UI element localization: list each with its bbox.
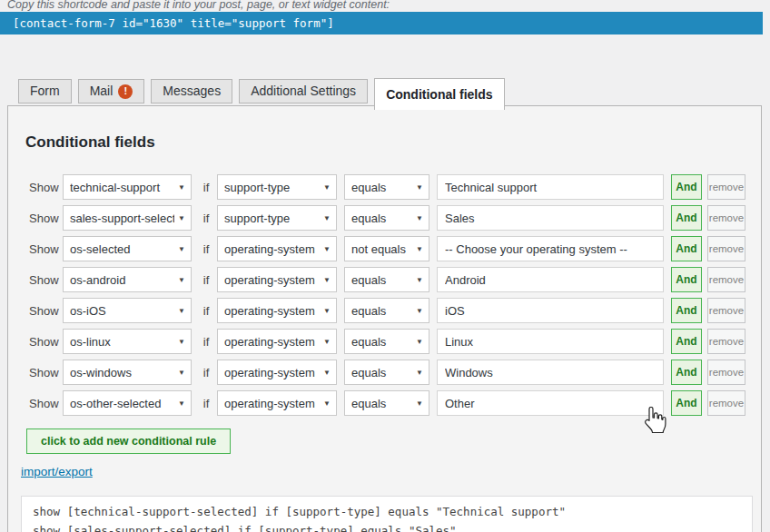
rule-operator-select[interactable]: equals — [345, 175, 429, 199]
rule-target-select[interactable]: os-linux — [64, 330, 191, 353]
rule-target-select[interactable]: os-windows — [64, 360, 191, 384]
rule-operator-select[interactable]: equals — [345, 206, 429, 230]
rule-field-select[interactable]: operating-system — [218, 360, 336, 384]
rule-field-select[interactable]: support-type — [218, 206, 336, 230]
field-select-wrap: operating-system ▼ — [217, 329, 337, 354]
rule-row: Show technical-support ▼ if support-type… — [8, 174, 761, 200]
remove-button[interactable]: remove — [707, 205, 745, 231]
rule-value-input[interactable] — [437, 360, 664, 385]
rule-row: Show os-android ▼ if operating-system ▼ … — [8, 267, 761, 292]
rule-field-select[interactable]: operating-system — [218, 268, 336, 291]
rule-field-select[interactable]: operating-system — [218, 391, 336, 415]
rules-code-textarea[interactable]: show [technical-support-selected] if [su… — [21, 496, 753, 532]
and-button[interactable]: And — [671, 236, 702, 261]
rule-field-select[interactable]: operating-system — [218, 330, 336, 353]
rule-target-select[interactable]: os-android — [64, 268, 191, 291]
field-select-wrap: operating-system ▼ — [217, 236, 337, 261]
remove-button[interactable]: remove — [707, 174, 745, 200]
code-line: show [sales-support-selected] if [suppor… — [33, 521, 741, 532]
target-select-wrap: os-other-selected ▼ — [63, 390, 192, 416]
field-select-wrap: support-type ▼ — [217, 205, 337, 231]
if-label: if — [201, 273, 212, 287]
rule-operator-select[interactable]: equals — [345, 268, 429, 291]
show-label: Show — [29, 181, 63, 194]
remove-button[interactable]: remove — [707, 298, 745, 323]
and-button[interactable]: And — [671, 174, 702, 200]
and-button[interactable]: And — [671, 329, 702, 354]
target-select-wrap: sales-support-selected ▼ — [63, 205, 192, 231]
if-label: if — [201, 397, 212, 410]
operator-select-wrap: equals ▼ — [344, 360, 429, 385]
rule-target-select[interactable]: technical-support — [64, 175, 191, 199]
tab-form[interactable]: Form — [18, 79, 72, 103]
show-label: Show — [29, 304, 63, 318]
rule-target-select[interactable]: sales-support-selected — [64, 206, 191, 230]
remove-button[interactable]: remove — [707, 236, 745, 261]
add-rule-button[interactable]: click to add new conditional rule — [26, 429, 231, 454]
rule-target-select[interactable]: os-selected — [64, 237, 191, 261]
rule-target-select[interactable]: os-other-selected — [64, 391, 191, 415]
target-select-wrap: technical-support ▼ — [63, 174, 192, 200]
and-button[interactable]: And — [671, 205, 702, 231]
tab-additional-settings-label: Additional Settings — [251, 80, 356, 103]
operator-select-wrap: not equals ▼ — [344, 236, 429, 261]
tab-form-label: Form — [30, 80, 60, 103]
rule-row: Show os-other-selected ▼ if operating-sy… — [8, 390, 761, 416]
tab-conditional-fields[interactable]: Conditional fields — [374, 78, 504, 110]
operator-select-wrap: equals ▼ — [344, 267, 429, 292]
rule-operator-select[interactable]: equals — [345, 360, 429, 384]
rule-value-input[interactable] — [437, 205, 664, 231]
tab-messages-label: Messages — [163, 80, 221, 103]
rule-operator-select[interactable]: equals — [345, 330, 429, 353]
page-title: Conditional fields — [25, 133, 155, 152]
target-select-wrap: os-android ▼ — [63, 267, 192, 292]
if-label: if — [201, 335, 212, 349]
target-select-wrap: os-iOS ▼ — [63, 298, 192, 323]
shortcode-bar[interactable]: [contact-form-7 id="1630" title="support… — [0, 12, 763, 34]
rule-value-input[interactable] — [437, 329, 664, 354]
rule-value-input[interactable] — [437, 236, 664, 261]
remove-button[interactable]: remove — [707, 267, 745, 292]
if-label: if — [201, 366, 212, 379]
show-label: Show — [29, 366, 63, 379]
show-label: Show — [29, 335, 63, 349]
rule-operator-select[interactable]: equals — [345, 391, 429, 415]
remove-button[interactable]: remove — [707, 390, 745, 416]
if-label: if — [201, 181, 212, 194]
code-line: show [technical-support-selected] if [su… — [33, 502, 741, 521]
show-label: Show — [29, 397, 63, 410]
rule-row: Show os-windows ▼ if operating-system ▼ … — [8, 360, 761, 385]
rule-operator-select[interactable]: equals — [345, 299, 429, 322]
tab-mail[interactable]: Mail ! — [78, 79, 145, 103]
show-label: Show — [29, 273, 63, 287]
shortcode-hint: Copy this shortcode and paste it into yo… — [7, 0, 390, 11]
and-button[interactable]: And — [671, 267, 702, 292]
rule-field-select[interactable]: support-type — [218, 175, 336, 199]
target-select-wrap: os-linux ▼ — [63, 329, 192, 354]
and-button[interactable]: And — [671, 390, 702, 416]
operator-select-wrap: equals ▼ — [344, 298, 429, 323]
field-select-wrap: operating-system ▼ — [217, 360, 337, 385]
shortcode-text[interactable]: [contact-form-7 id="1630" title="support… — [0, 12, 763, 34]
rules-list: Show technical-support ▼ if support-type… — [8, 174, 761, 421]
field-select-wrap: support-type ▼ — [217, 174, 337, 200]
rule-field-select[interactable]: operating-system — [218, 299, 336, 322]
rule-value-input[interactable] — [437, 267, 664, 292]
tab-messages[interactable]: Messages — [151, 79, 232, 103]
operator-select-wrap: equals ▼ — [344, 329, 429, 354]
rule-field-select[interactable]: operating-system — [218, 237, 336, 261]
mail-alert-icon: ! — [118, 84, 133, 99]
rule-value-input[interactable] — [437, 174, 664, 200]
rule-value-input[interactable] — [437, 390, 664, 416]
remove-button[interactable]: remove — [707, 360, 745, 385]
rule-row: Show os-iOS ▼ if operating-system ▼ equa… — [8, 298, 761, 323]
field-select-wrap: operating-system ▼ — [217, 267, 337, 292]
remove-button[interactable]: remove — [707, 329, 745, 354]
rule-operator-select[interactable]: not equals — [345, 237, 429, 261]
rule-target-select[interactable]: os-iOS — [64, 299, 191, 322]
rule-value-input[interactable] — [437, 298, 664, 323]
tab-additional-settings[interactable]: Additional Settings — [239, 79, 368, 103]
and-button[interactable]: And — [671, 360, 702, 385]
import-export-link[interactable]: import/export — [21, 465, 93, 478]
and-button[interactable]: And — [671, 298, 702, 323]
